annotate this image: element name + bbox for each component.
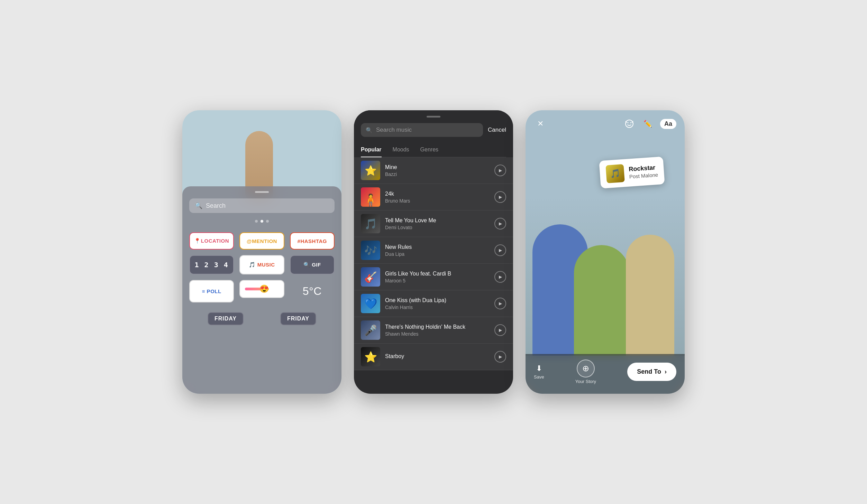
play-button-tellme[interactable]: ▶ — [494, 218, 506, 230]
music-tabs: Popular Moods Genres — [361, 142, 506, 157]
album-art-girls: 🎸 — [361, 267, 380, 287]
scene-people — [526, 197, 685, 356]
svg-point-2 — [630, 122, 631, 123]
close-button[interactable]: ✕ — [534, 117, 547, 130]
cancel-button[interactable]: Cancel — [488, 127, 506, 133]
song-artist: Bazzi — [385, 171, 490, 177]
song-info-nothing: There's Nothing Holdin' Me Back Shawn Me… — [385, 324, 490, 337]
song-title: Girls Like You feat. Cardi B — [385, 271, 490, 277]
music-search-placeholder[interactable]: Search music — [376, 127, 412, 133]
album-art-nothing: 🎤 — [361, 320, 380, 340]
song-title: Tell Me You Love Me — [385, 217, 490, 224]
save-button[interactable]: ⬇ Save — [534, 364, 544, 380]
search-icon-2: 🔍 — [366, 127, 373, 133]
song-title: There's Nothing Holdin' Me Back — [385, 324, 490, 330]
dot-3 — [266, 220, 269, 223]
song-row-24k[interactable]: 🧍 24k Bruno Mars ▶ — [354, 184, 513, 211]
music-sticker[interactable]: 🎵 MUSIC — [239, 255, 284, 274]
art-icon: 🎤 — [364, 324, 377, 336]
sticker-search-bar[interactable]: 🔍 Search — [189, 198, 335, 213]
save-label: Save — [534, 374, 544, 380]
music-search-bar[interactable]: 🔍 Search music — [361, 123, 483, 137]
song-title: One Kiss (with Dua Lipa) — [385, 297, 490, 304]
drag-handle-2[interactable] — [427, 116, 440, 118]
music-list: ⭐ Mine Bazzi ▶ 🧍 24k Bruno Mars ▶ — [354, 157, 513, 370]
song-row-newrules[interactable]: 🎶 New Rules Dua Lipa ▶ — [354, 237, 513, 264]
dot-2 — [261, 220, 263, 223]
bottom-badges: FRIDAY FRIDAY — [182, 309, 341, 325]
album-art-onekiss: 💙 — [361, 294, 380, 313]
art-icon: 🎸 — [364, 271, 377, 283]
art-icon: ⭐ — [365, 165, 377, 176]
music-search-header: 🔍 Search music Cancel Popular Moods Genr… — [354, 110, 513, 157]
song-row-onekiss[interactable]: 💙 One Kiss (with Dua Lipa) Calvin Harris… — [354, 290, 513, 317]
song-info-newrules: New Rules Dua Lipa — [385, 244, 490, 257]
art-icon: ⭐ — [364, 351, 377, 363]
search-icon: 🔍 — [195, 202, 202, 209]
phone-1-sticker-picker: 🔍 Search 📍LOCATION @MENTION #HASHTAG 1 2… — [182, 110, 341, 394]
play-button-mine[interactable]: ▶ — [494, 165, 506, 176]
music-sticker-overlay[interactable]: 🎵 Rockstar Post Malone — [599, 157, 665, 189]
art-icon: 💙 — [364, 298, 377, 310]
send-to-button[interactable]: Send To › — [627, 363, 676, 381]
sticker-song-artist: Post Malone — [629, 172, 658, 180]
story-circle-icon: ⊕ — [577, 360, 595, 377]
sticker-album-art: 🎵 — [605, 164, 625, 184]
your-story-button[interactable]: ⊕ Your Story — [575, 360, 596, 384]
drag-handle[interactable] — [255, 191, 269, 193]
person-green — [574, 245, 629, 356]
play-button-24k[interactable]: ▶ — [494, 191, 506, 203]
song-artist: Bruno Mars — [385, 198, 490, 204]
countdown-sticker[interactable]: 1 2 3 4 — [189, 255, 234, 274]
play-button-newrules[interactable]: ▶ — [494, 244, 506, 256]
play-button-onekiss[interactable]: ▶ — [494, 298, 506, 309]
your-story-label: Your Story — [575, 379, 596, 384]
story-top-bar: ✕ ✏️ Aa — [526, 110, 685, 134]
song-info-starboy: Starboy — [385, 353, 490, 361]
song-title: 24k — [385, 191, 490, 197]
song-row-tellme[interactable]: 🎵 Tell Me You Love Me Demi Lovato ▶ — [354, 211, 513, 237]
tab-moods[interactable]: Moods — [393, 142, 409, 157]
song-row-girls[interactable]: 🎸 Girls Like You feat. Cardi B Maroon 5 … — [354, 264, 513, 290]
slider-sticker[interactable]: 😍 — [239, 280, 284, 298]
location-sticker[interactable]: 📍LOCATION — [189, 232, 234, 250]
song-title: Starboy — [385, 353, 490, 360]
svg-point-1 — [627, 122, 628, 123]
play-button-nothing[interactable]: ▶ — [494, 324, 506, 336]
song-info-tellme: Tell Me You Love Me Demi Lovato — [385, 217, 490, 230]
play-button-starboy[interactable]: ▶ — [494, 351, 506, 363]
temperature-sticker[interactable]: 5°C — [290, 280, 335, 302]
search-input-label[interactable]: Search — [206, 202, 226, 209]
sticker-song-title: Rockstar — [628, 164, 658, 173]
album-art-tellme: 🎵 — [361, 214, 380, 233]
friday-badge-1[interactable]: FRIDAY — [208, 312, 244, 325]
play-button-girls[interactable]: ▶ — [494, 271, 506, 283]
top-icons: ✏️ Aa — [623, 117, 676, 130]
song-row-starboy[interactable]: ⭐ Starboy ▶ — [354, 344, 513, 370]
song-artist: Demi Lovato — [385, 225, 490, 230]
poll-sticker[interactable]: ≡ POLL — [189, 280, 234, 302]
album-art-newrules: 🎶 — [361, 241, 380, 260]
gif-sticker[interactable]: 🔍 GIF — [290, 255, 335, 274]
friday-badge-2[interactable]: FRIDAY — [280, 312, 316, 325]
tab-popular[interactable]: Popular — [361, 142, 382, 157]
art-icon: 🎵 — [364, 218, 377, 230]
tab-genres[interactable]: Genres — [420, 142, 438, 157]
story-bottom-bar: ⬇ Save ⊕ Your Story Send To › — [526, 354, 685, 394]
face-effect-button[interactable] — [623, 117, 636, 130]
song-title: Mine — [385, 164, 490, 170]
send-to-label: Send To — [637, 368, 661, 375]
art-icon: 🧍 — [363, 193, 378, 207]
song-artist: Shawn Mendes — [385, 331, 490, 337]
song-row-nothing[interactable]: 🎤 There's Nothing Holdin' Me Back Shawn … — [354, 317, 513, 344]
pen-button[interactable]: ✏️ — [641, 117, 655, 130]
song-info-onekiss: One Kiss (with Dua Lipa) Calvin Harris — [385, 297, 490, 310]
album-art-starboy: ⭐ — [361, 347, 380, 366]
text-button[interactable]: Aa — [660, 119, 676, 129]
sticker-info: Rockstar Post Malone — [628, 164, 658, 180]
song-row-mine[interactable]: ⭐ Mine Bazzi ▶ — [354, 157, 513, 184]
hashtag-sticker[interactable]: #HASHTAG — [290, 232, 335, 250]
art-icon: 🎶 — [364, 244, 377, 256]
search-row: 🔍 Search music Cancel — [361, 123, 506, 137]
mention-sticker[interactable]: @MENTION — [239, 232, 284, 250]
